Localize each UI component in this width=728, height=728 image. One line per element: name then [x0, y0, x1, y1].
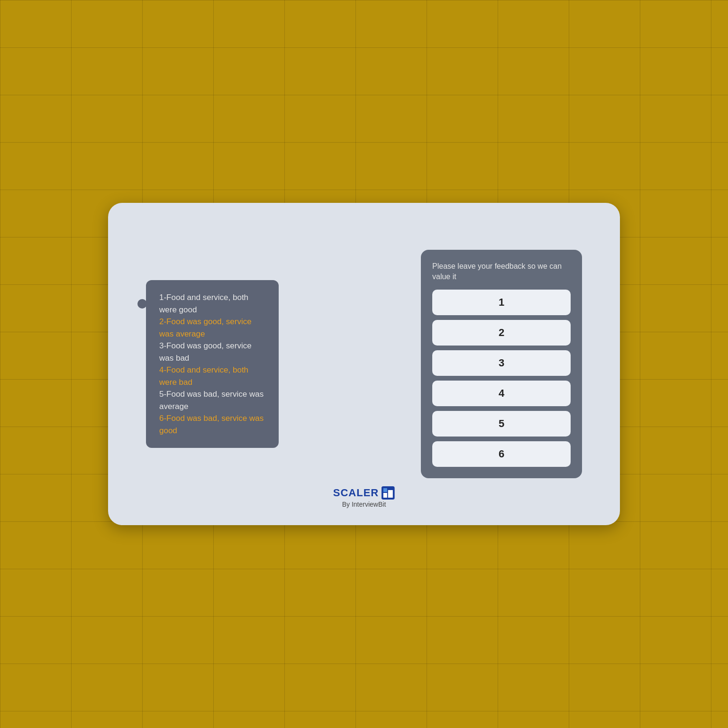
feedback-btn-1[interactable]: 1 [432, 290, 571, 315]
main-card: 1-Food and service, both were good2-Food… [108, 203, 620, 525]
feedback-btn-4[interactable]: 4 [432, 381, 571, 406]
scaler-icon [382, 486, 395, 500]
branding-sub: By InterviewBit [342, 500, 386, 508]
branding-logo: SCALER [333, 486, 395, 500]
option-item-2: 2-Food was good, service was average [159, 316, 265, 340]
svg-rect-3 [383, 488, 387, 492]
feedback-btn-6[interactable]: 6 [432, 441, 571, 467]
option-item-1: 1-Food and service, both were good [159, 291, 265, 316]
feedback-btn-3[interactable]: 3 [432, 350, 571, 376]
feedback-btn-5[interactable]: 5 [432, 411, 571, 437]
option-item-4: 4-Food and service, both were bad [159, 364, 265, 388]
option-item-5: 5-Food was bad, service was average [159, 388, 265, 412]
options-bubble: 1-Food and service, both were good2-Food… [146, 280, 279, 448]
scaler-name: SCALER [333, 487, 379, 499]
branding: SCALER By InterviewBit [333, 486, 395, 508]
feedback-btn-2[interactable]: 2 [432, 320, 571, 346]
svg-rect-1 [383, 493, 387, 498]
svg-rect-2 [388, 490, 393, 498]
feedback-panel: Please leave your feedback so we can val… [421, 250, 582, 479]
option-item-3: 3-Food was good, service was bad [159, 340, 265, 364]
option-item-6: 6-Food was bad, service was good [159, 412, 265, 437]
feedback-title: Please leave your feedback so we can val… [432, 261, 571, 282]
